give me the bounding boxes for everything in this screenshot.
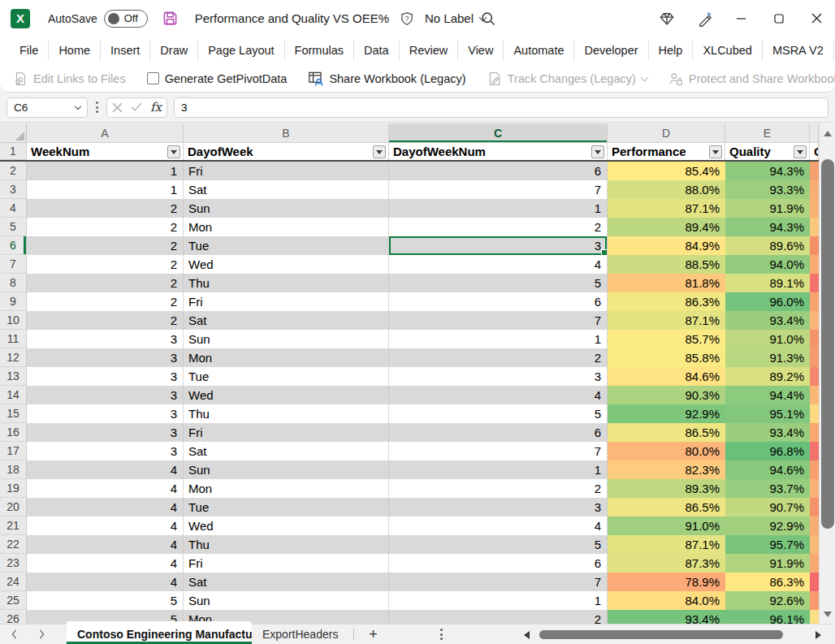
filter-arrow-icon[interactable] xyxy=(167,145,180,158)
cell-D7[interactable]: 88.5% xyxy=(608,255,725,274)
formula-bar-grip[interactable] xyxy=(94,102,100,113)
horizontal-scroll-track[interactable] xyxy=(533,625,811,644)
cell-D26[interactable]: 93.4% xyxy=(608,610,725,624)
row-number-11[interactable]: 11 xyxy=(0,330,27,348)
filter-arrow-icon[interactable] xyxy=(709,145,722,158)
cell-C7[interactable]: 4 xyxy=(389,255,608,274)
cell-E17[interactable]: 96.8% xyxy=(725,442,810,460)
horizontal-scrollbar[interactable] xyxy=(520,625,824,644)
scroll-up-icon[interactable] xyxy=(820,125,835,141)
cell-E11[interactable]: 91.0% xyxy=(725,330,810,348)
cell-E25[interactable]: 92.6% xyxy=(725,591,810,610)
close-icon[interactable] xyxy=(798,0,835,37)
cell-A14[interactable]: 3 xyxy=(27,386,184,404)
cell-F13[interactable] xyxy=(810,367,819,386)
document-title-area[interactable]: Performance and Quality VS OEE% ? No Lab… xyxy=(195,7,486,30)
name-box[interactable]: C6 xyxy=(6,97,88,118)
row-number-18[interactable]: 18 xyxy=(0,460,27,479)
cell-E4[interactable]: 91.9% xyxy=(725,199,810,218)
cell-B20[interactable]: Tue xyxy=(184,498,389,516)
cell-D10[interactable]: 87.1% xyxy=(608,311,725,330)
cell-F2[interactable] xyxy=(810,162,819,180)
cell-F5[interactable] xyxy=(810,218,819,236)
cell-A21[interactable]: 4 xyxy=(27,516,184,535)
row-number-17[interactable]: 17 xyxy=(0,442,27,460)
cell-A16[interactable]: 3 xyxy=(27,423,184,442)
cell-B17[interactable]: Sat xyxy=(184,442,389,460)
ribbon-tab-msra-v2[interactable]: MSRA V2 xyxy=(762,40,833,61)
cell-C4[interactable]: 1 xyxy=(389,199,608,218)
column-header-dayofweeknum[interactable]: DayofWeekNum xyxy=(389,143,608,160)
cell-D15[interactable]: 92.9% xyxy=(608,404,725,423)
cell-A17[interactable]: 3 xyxy=(27,442,184,460)
save-icon[interactable] xyxy=(159,7,182,30)
column-header-dayofweek[interactable]: DayofWeek xyxy=(184,143,389,160)
horizontal-scroll-thumb[interactable] xyxy=(539,630,783,639)
cell-A7[interactable]: 2 xyxy=(27,255,184,274)
cell-D25[interactable]: 84.0% xyxy=(608,591,725,610)
cell-D20[interactable]: 86.5% xyxy=(608,498,725,516)
cell-B2[interactable]: Fri xyxy=(184,162,389,180)
cell-D13[interactable]: 84.6% xyxy=(608,367,725,386)
minimize-icon[interactable] xyxy=(723,0,760,37)
cell-C3[interactable]: 7 xyxy=(389,180,608,199)
cell-D17[interactable]: 80.0% xyxy=(608,442,725,460)
row-number-22[interactable]: 22 xyxy=(0,535,27,554)
maximize-icon[interactable] xyxy=(760,0,798,37)
cell-A9[interactable]: 2 xyxy=(27,292,184,311)
cell-F23[interactable] xyxy=(810,554,819,573)
cell-E7[interactable]: 94.0% xyxy=(725,255,810,274)
name-box-chevron-icon[interactable] xyxy=(75,102,81,109)
ribbon-tab-home[interactable]: Home xyxy=(48,40,100,61)
row-number-2[interactable]: 2 xyxy=(0,162,27,180)
cell-B12[interactable]: Mon xyxy=(184,348,389,367)
vertical-scrollbar[interactable] xyxy=(819,123,835,624)
cell-C11[interactable]: 1 xyxy=(389,330,608,348)
cell-B25[interactable]: Sun xyxy=(184,591,389,610)
cell-B15[interactable]: Thu xyxy=(184,404,389,423)
cell-F20[interactable] xyxy=(810,498,819,516)
cell-F22[interactable] xyxy=(810,535,819,554)
cell-A22[interactable]: 4 xyxy=(27,535,184,554)
row-number-13[interactable]: 13 xyxy=(0,367,27,386)
cell-B10[interactable]: Sat xyxy=(184,311,389,330)
cell-C26[interactable]: 2 xyxy=(389,610,608,624)
row-number-1[interactable]: 1 xyxy=(0,143,27,160)
scroll-left-icon[interactable] xyxy=(520,631,533,639)
cell-C23[interactable]: 6 xyxy=(389,554,608,573)
cell-B22[interactable]: Thu xyxy=(184,535,389,554)
sheet-prev-icon[interactable] xyxy=(0,625,28,644)
cell-E26[interactable]: 96.1% xyxy=(725,610,810,624)
cell-F9[interactable] xyxy=(810,292,819,311)
cell-A8[interactable]: 2 xyxy=(27,274,184,292)
row-number-16[interactable]: 16 xyxy=(0,423,27,442)
cell-B3[interactable]: Sat xyxy=(184,180,389,199)
cell-E14[interactable]: 94.4% xyxy=(725,386,810,404)
checkbox-icon[interactable] xyxy=(147,72,159,84)
cell-D11[interactable]: 85.7% xyxy=(608,330,725,348)
column-letter-E[interactable]: E xyxy=(725,123,810,143)
cell-C14[interactable]: 4 xyxy=(389,386,608,404)
cell-B18[interactable]: Sun xyxy=(184,460,389,479)
cell-A12[interactable]: 3 xyxy=(27,348,184,367)
cell-A24[interactable]: 4 xyxy=(27,573,184,591)
cell-A11[interactable]: 3 xyxy=(27,330,184,348)
cell-D23[interactable]: 87.3% xyxy=(608,554,725,573)
cell-A2[interactable]: 1 xyxy=(27,162,184,180)
column-header-weeknum[interactable]: WeekNum xyxy=(27,143,184,160)
cell-B16[interactable]: Fri xyxy=(184,423,389,442)
cell-C6[interactable]: 3 xyxy=(389,236,608,255)
cell-C22[interactable]: 5 xyxy=(389,535,608,554)
cell-F24[interactable] xyxy=(810,573,819,591)
ribbon-tab-view[interactable]: View xyxy=(457,40,503,61)
cell-E16[interactable]: 93.4% xyxy=(725,423,810,442)
cell-D19[interactable]: 89.3% xyxy=(608,479,725,498)
cell-F10[interactable] xyxy=(810,311,819,330)
cell-F4[interactable] xyxy=(810,199,819,218)
cell-B8[interactable]: Thu xyxy=(184,274,389,292)
toolbar-item-generate-getpivotdata[interactable]: Generate GetPivotData xyxy=(147,72,288,85)
cell-B11[interactable]: Sun xyxy=(184,330,389,348)
cell-B7[interactable]: Wed xyxy=(184,255,389,274)
column-letter-B[interactable]: B xyxy=(184,123,389,143)
cell-E22[interactable]: 95.7% xyxy=(725,535,810,554)
